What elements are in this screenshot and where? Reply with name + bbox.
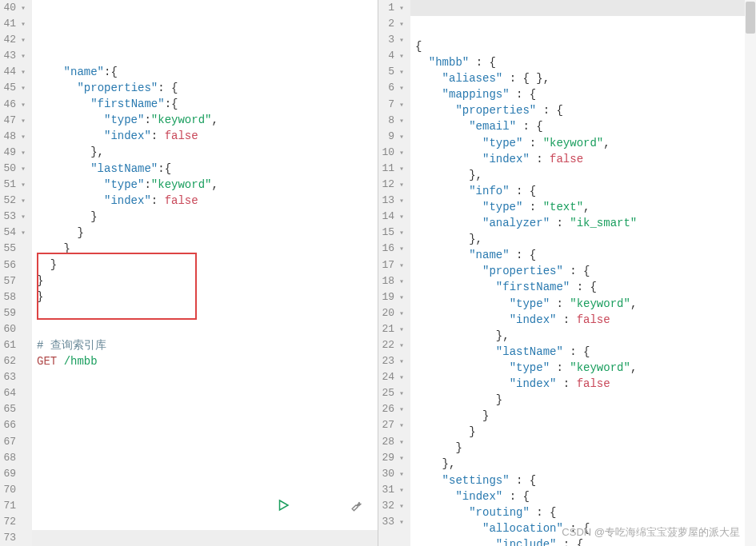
code-line[interactable]: }, xyxy=(415,231,756,247)
gutter-line-number: 46▾ xyxy=(3,97,26,113)
code-line[interactable]: "properties" : { xyxy=(415,263,756,279)
code-line[interactable]: } xyxy=(415,424,756,440)
code-line[interactable]: "index" : false xyxy=(415,151,756,167)
gutter-line-number: 47▾ xyxy=(3,113,26,129)
gutter-line-number: 72 xyxy=(3,514,26,530)
code-line[interactable] xyxy=(37,321,378,337)
wrench-icon[interactable] xyxy=(297,485,365,528)
gutter-line-number: 25▾ xyxy=(382,385,404,401)
code-line[interactable]: "index" : false xyxy=(415,312,756,328)
code-line[interactable]: "type" : "text", xyxy=(415,199,756,215)
gutter-line-number: 45▾ xyxy=(3,80,26,96)
code-line[interactable]: "type":"keyword", xyxy=(37,112,378,128)
code-line[interactable] xyxy=(37,305,378,321)
gutter-line-number: 64 xyxy=(3,385,26,401)
code-line[interactable] xyxy=(37,417,378,433)
gutter-line-number: 24▾ xyxy=(382,369,404,385)
gutter-line-number: 27▾ xyxy=(382,417,404,433)
code-line[interactable]: "info" : { xyxy=(415,183,756,199)
right-code-area[interactable]: { "hmbb" : { "aliases" : { }, "mappings"… xyxy=(410,0,756,546)
code-line[interactable]: "index" : { xyxy=(415,488,756,504)
gutter-line-number: 53▾ xyxy=(3,209,26,225)
code-line[interactable]: "lastName" : { xyxy=(415,344,756,360)
gutter-line-number: 56 xyxy=(3,257,26,273)
gutter-line-number: 49▾ xyxy=(3,145,26,161)
code-line[interactable]: } xyxy=(415,408,756,424)
code-line[interactable]: } xyxy=(37,241,378,257)
code-line[interactable] xyxy=(37,465,378,481)
code-line[interactable]: } xyxy=(37,289,378,305)
code-line[interactable]: }, xyxy=(415,456,756,472)
code-line[interactable]: } xyxy=(415,392,756,408)
gutter-line-number: 30▾ xyxy=(382,466,404,482)
code-line[interactable]: } xyxy=(415,440,756,456)
code-line[interactable]: "properties" : { xyxy=(415,102,756,118)
gutter-line-number: 50▾ xyxy=(3,161,26,177)
code-line[interactable] xyxy=(37,369,378,385)
code-line[interactable]: "type" : "keyword", xyxy=(415,360,756,376)
gutter-line-number: 40▾ xyxy=(3,0,26,16)
code-line[interactable]: "type":"keyword", xyxy=(37,177,378,193)
gutter-line-number: 33▾ xyxy=(382,514,404,530)
code-line[interactable]: "aliases" : { }, xyxy=(415,70,756,86)
gutter-line-number: 70 xyxy=(3,482,26,498)
gutter-line-number: 57 xyxy=(3,273,26,289)
gutter-line-number: 43▾ xyxy=(3,48,26,64)
gutter-line-number: 66 xyxy=(3,417,26,433)
gutter-line-number: 11▾ xyxy=(382,161,404,177)
code-line[interactable]: "index" : false xyxy=(415,376,756,392)
watermark: CSDN @专吃海绵宝宝菠萝屋的派大星 xyxy=(562,525,740,540)
gutter-line-number: 58 xyxy=(3,289,26,305)
right-gutter: 1▾2▾3▾4▾5▾6▾7▾8▾9▾10▾11▾12▾13▾14▾15▾16▾1… xyxy=(378,0,410,546)
gutter-line-number: 10▾ xyxy=(382,145,404,161)
code-line[interactable]: "index": false xyxy=(37,128,378,144)
left-editor-pane[interactable]: 40▾41▾42▾43▾44▾45▾46▾47▾48▾49▾50▾51▾52▾5… xyxy=(0,0,378,546)
code-line[interactable]: "hmbb" : { xyxy=(415,54,756,70)
code-line[interactable]: }, xyxy=(37,144,378,160)
code-line[interactable] xyxy=(37,449,378,465)
right-editor-pane[interactable]: 1▾2▾3▾4▾5▾6▾7▾8▾9▾10▾11▾12▾13▾14▾15▾16▾1… xyxy=(378,0,756,546)
code-line[interactable]: # 查询索引库 xyxy=(37,337,378,353)
code-line[interactable]: }, xyxy=(415,328,756,344)
gutter-line-number: 65 xyxy=(3,401,26,417)
gutter-line-number: 4▾ xyxy=(382,48,404,64)
gutter-line-number: 26▾ xyxy=(382,401,404,417)
code-line[interactable]: "routing" : { xyxy=(415,504,756,520)
gutter-line-number: 19▾ xyxy=(382,289,404,305)
code-line[interactable]: "type" : "keyword", xyxy=(415,296,756,312)
code-line[interactable]: "firstName":{ xyxy=(37,96,378,112)
code-line[interactable]: "firstName" : { xyxy=(415,279,756,295)
code-line[interactable]: "name":{ xyxy=(37,64,378,80)
gutter-line-number: 68 xyxy=(3,450,26,466)
code-line[interactable]: "type" : "keyword", xyxy=(415,135,756,151)
code-line[interactable]: "name" : { xyxy=(415,247,756,263)
code-line[interactable] xyxy=(37,433,378,449)
code-line[interactable]: "email" : { xyxy=(415,118,756,134)
code-line[interactable] xyxy=(37,385,378,401)
gutter-line-number: 8▾ xyxy=(382,113,404,129)
code-line[interactable]: } xyxy=(37,273,378,289)
gutter-line-number: 13▾ xyxy=(382,193,404,209)
scrollbar-thumb[interactable] xyxy=(746,2,755,34)
code-line[interactable] xyxy=(37,530,378,546)
code-line[interactable]: { xyxy=(415,38,756,54)
code-line[interactable]: "settings" : { xyxy=(415,472,756,488)
code-line[interactable] xyxy=(37,401,378,417)
gutter-line-number: 16▾ xyxy=(382,241,404,257)
gutter-line-number: 71 xyxy=(3,498,26,514)
run-icon[interactable] xyxy=(222,485,290,528)
code-line[interactable]: }, xyxy=(415,167,756,183)
gutter-line-number: 69 xyxy=(3,466,26,482)
code-line[interactable]: "lastName":{ xyxy=(37,161,378,177)
gutter-line-number: 5▾ xyxy=(382,64,404,80)
code-line[interactable]: "analyzer" : "ik_smart" xyxy=(415,215,756,231)
left-code-area[interactable]: "name":{ "properties": { "firstName":{ "… xyxy=(32,0,378,546)
code-line[interactable]: } xyxy=(37,257,378,273)
code-line[interactable]: "index": false xyxy=(37,193,378,209)
code-line[interactable]: } xyxy=(37,225,378,241)
code-line[interactable]: "mappings" : { xyxy=(415,86,756,102)
code-line[interactable]: } xyxy=(37,209,378,225)
code-line[interactable]: "properties": { xyxy=(37,80,378,96)
code-line[interactable]: GET /hmbb xyxy=(37,353,378,369)
scrollbar-track[interactable] xyxy=(745,0,756,546)
